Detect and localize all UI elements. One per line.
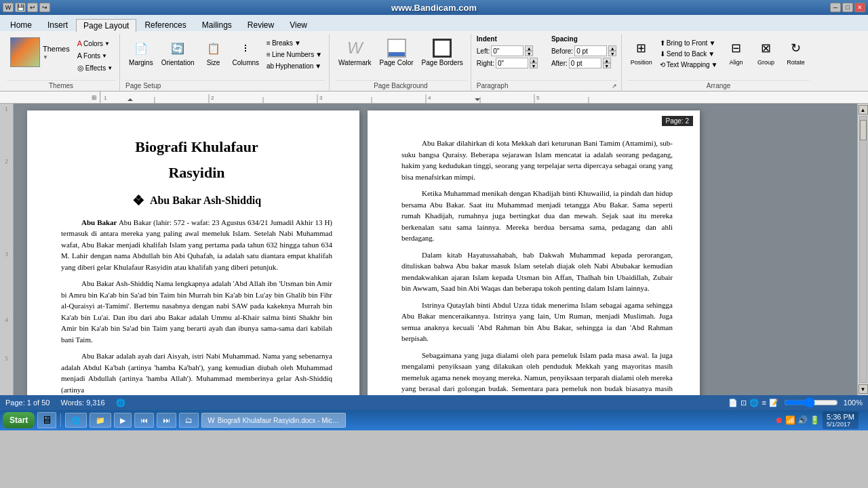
ribbon: Home Insert Page Layout References Maili…	[0, 15, 868, 92]
indent-right-input[interactable]	[496, 58, 528, 68]
fonts-label: Fonts	[83, 52, 100, 60]
explorer-taskitem[interactable]: 🗂	[179, 413, 199, 428]
page1-title-line2: Rasyidin	[61, 164, 332, 182]
spacing-after-input[interactable]	[569, 58, 601, 68]
indent-left-input[interactable]	[491, 45, 524, 56]
orientation-button[interactable]: 🔄 Orientation	[158, 35, 198, 68]
columns-button[interactable]: ⫶ Columns	[229, 35, 262, 68]
media-taskitem[interactable]: ▶	[114, 413, 132, 428]
media2-taskitem[interactable]: ⏮	[134, 413, 154, 428]
tab-home[interactable]: Home	[3, 18, 39, 31]
after-spin[interactable]: ▲ ▼	[603, 58, 611, 68]
scroll-up-btn[interactable]: ▲	[859, 105, 868, 115]
text-wrapping-button[interactable]: ⟲ Text Wrapping ▼	[657, 60, 721, 70]
size-button[interactable]: 📋 Size	[199, 35, 228, 68]
tab-mailings[interactable]: Mailings	[195, 18, 239, 31]
arrange-group-label: Arrange	[627, 80, 810, 91]
word-task-icon: W	[208, 416, 214, 424]
svg-text:1: 1	[104, 95, 107, 101]
scroll-track[interactable]	[859, 116, 867, 383]
svg-text:2: 2	[211, 95, 214, 101]
undo-btn[interactable]: ↩	[27, 3, 38, 12]
title-text: www.Bandicam.com	[391, 3, 477, 13]
ruler-content: 1 2 3 4 5	[100, 92, 868, 103]
page-setup-items: 📄 Margins 🔄 Orientation 📋 Size ⫶ Columns	[125, 34, 325, 79]
paragraph-expand[interactable]: ↗	[612, 83, 617, 89]
tab-page-layout[interactable]: Page Layout	[76, 19, 136, 32]
sound-icon[interactable]: 🔊	[797, 415, 808, 425]
hyphenation-icon: ab	[267, 62, 274, 70]
fonts-button[interactable]: A Fonts ▼	[75, 50, 115, 61]
tab-insert[interactable]: Insert	[40, 18, 75, 31]
page1-body: Abu Bakar Abu Bakar (lahir: 572 - wafat:…	[61, 217, 332, 395]
page1-para2: Abu Bakar Ash-Shiddiq Nama lengkapnya ad…	[61, 278, 332, 345]
app-icon[interactable]: W	[3, 3, 14, 12]
record-icon[interactable]: ⏺	[775, 415, 783, 425]
word-taskitem[interactable]: W Biografi Khulafaur Rasyidin.docx - Mic…	[201, 413, 345, 428]
colors-button[interactable]: A Colors ▼	[75, 38, 115, 49]
page-borders-icon	[431, 37, 453, 59]
vertical-scrollbar[interactable]: ▲ ▼	[857, 104, 868, 395]
hyphenation-button[interactable]: ab Hyphenation ▼	[264, 61, 325, 71]
indent-left-spin[interactable]: ▲ ▼	[525, 45, 533, 56]
breaks-button[interactable]: ≡ Breaks ▼	[264, 38, 325, 48]
bring-front-button[interactable]: ⬆ Bring to Front ▼	[657, 38, 721, 48]
sys-tray-icons: ⏺ 📶 🔊 🔋	[775, 415, 820, 425]
group-button[interactable]: ⊠ Group	[751, 35, 780, 68]
page-borders-button[interactable]: Page Borders	[418, 35, 467, 68]
scroll-down-btn[interactable]: ▼	[859, 384, 868, 394]
position-button[interactable]: ⊞ Position	[627, 35, 656, 68]
watermark-button[interactable]: W Watermark	[335, 35, 375, 68]
before-spin[interactable]: ▲ ▼	[608, 45, 616, 56]
tab-references[interactable]: References	[137, 18, 193, 31]
indent-right-row: Right: ▲ ▼	[477, 58, 538, 68]
align-button[interactable]: ⊟ Align	[722, 35, 750, 68]
ie-taskitem[interactable]: 🌐	[65, 413, 87, 428]
media3-taskitem[interactable]: ⏭	[157, 413, 176, 428]
window-controls: ─ □ ✕	[830, 3, 865, 12]
breaks-icon: ≡	[267, 39, 271, 47]
send-back-icon: ⬇	[660, 50, 665, 58]
maximize-btn[interactable]: □	[842, 3, 853, 12]
page-setup-label: Page Setup	[125, 80, 325, 91]
spacing-before-input[interactable]	[574, 45, 607, 56]
view-icons: 📄 ⊡ 🌐 ≡ 📝	[728, 399, 778, 407]
outline-btn[interactable]: ≡	[762, 399, 766, 407]
web-layout-btn[interactable]: 🌐	[749, 399, 759, 407]
zoom-slider[interactable]	[784, 399, 838, 407]
size-icon: 📋	[203, 37, 224, 59]
tab-view[interactable]: View	[282, 18, 315, 31]
network-icon[interactable]: 📶	[785, 415, 795, 425]
page2-para3: Dalam kitab Hayatussahabah, bab Dakwah M…	[401, 249, 673, 294]
indent-right-spin[interactable]: ▲ ▼	[530, 58, 538, 68]
folder-taskitem[interactable]: 📁	[90, 413, 111, 428]
margins-button[interactable]: 📄 Margins	[125, 35, 157, 68]
page-setup-group: 📄 Margins 🔄 Orientation 📋 Size ⫶ Columns	[121, 34, 330, 91]
scroll-thumb[interactable]	[860, 120, 867, 140]
full-screen-btn[interactable]: ⊡	[741, 399, 747, 407]
themes-button[interactable]: Themes ▼	[7, 35, 73, 69]
minimize-btn[interactable]: ─	[830, 3, 841, 12]
ruler-btn[interactable]: ⊞	[88, 92, 100, 103]
show-desktop-btn[interactable]: 🖥	[37, 412, 56, 428]
page1-heading: ❖ Abu Bakar Ash-Shiddiq	[61, 192, 332, 209]
rotate-button[interactable]: ↻ Rotate	[781, 35, 810, 68]
title-bar-left: W 💾 ↩ ↪	[3, 3, 50, 12]
page-color-button[interactable]: Page Color	[376, 35, 417, 68]
draft-btn[interactable]: 📝	[769, 399, 778, 407]
quick-save[interactable]: 💾	[15, 3, 26, 12]
tab-review[interactable]: Review	[240, 18, 281, 31]
print-layout-btn[interactable]: 📄	[728, 399, 738, 407]
heading-text: Abu Bakar Ash-Shiddiq	[150, 195, 261, 207]
battery-icon[interactable]: 🔋	[810, 415, 820, 425]
close-btn[interactable]: ✕	[854, 3, 865, 12]
page-2: Page: 2 Abu Bakar dilahirkan di kota Mek…	[368, 110, 700, 395]
page-background-items: W Watermark Page Color Page Borders	[335, 34, 467, 79]
send-back-button[interactable]: ⬇ Send to Back ▼	[657, 49, 721, 59]
start-button[interactable]: Start	[3, 412, 35, 428]
redo-btn[interactable]: ↪	[39, 3, 50, 12]
line-numbers-button[interactable]: ≡ Line Numbers ▼	[264, 49, 325, 60]
effects-button[interactable]: ◎ Effects ▼	[75, 62, 115, 74]
before-label: Before:	[551, 47, 573, 55]
page1-para1: Abu Bakar Abu Bakar (lahir: 572 - wafat:…	[61, 217, 332, 273]
